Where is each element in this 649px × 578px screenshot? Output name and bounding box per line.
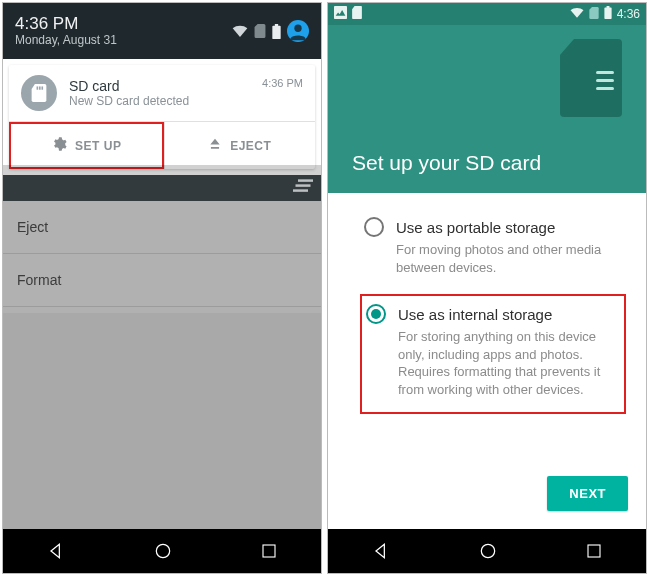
status-time: 4:36 <box>617 7 640 21</box>
notification-subtitle: New SD card detected <box>69 94 262 108</box>
svg-rect-7 <box>293 189 308 192</box>
setup-label: SET UP <box>75 139 121 153</box>
eject-label: EJECT <box>230 139 271 153</box>
sd-card-illustration-icon <box>560 39 622 121</box>
gear-icon <box>51 136 67 155</box>
menu-item-format[interactable]: Format <box>3 254 321 307</box>
notification-title: SD card <box>69 78 262 94</box>
svg-point-14 <box>481 544 494 557</box>
nav-back-button[interactable] <box>371 541 391 561</box>
notification-time: 4:36 PM <box>262 77 303 89</box>
next-button[interactable]: NEXT <box>547 476 628 511</box>
svg-rect-13 <box>596 87 614 90</box>
nav-home-button[interactable] <box>478 541 498 561</box>
option-portable-storage[interactable]: Use as portable storage For moving photo… <box>360 209 626 290</box>
battery-icon <box>604 6 612 22</box>
svg-rect-6 <box>296 184 311 187</box>
option-portable-desc: For moving photos and other media betwee… <box>364 241 620 276</box>
eject-icon <box>208 137 222 154</box>
page-title: Set up your SD card <box>352 151 541 193</box>
svg-rect-9 <box>263 545 275 557</box>
storage-options: Use as portable storage For moving photo… <box>328 193 646 414</box>
profile-icon[interactable] <box>287 20 309 42</box>
svg-point-1 <box>294 25 301 32</box>
setup-header: Set up your SD card <box>328 25 646 193</box>
dismiss-all-icon <box>293 179 313 193</box>
option-internal-label: Use as internal storage <box>398 306 552 323</box>
option-internal-storage[interactable]: Use as internal storage For storing anyt… <box>360 294 626 414</box>
radio-internal[interactable] <box>366 304 386 324</box>
notification-texts: SD card New SD card detected <box>69 78 262 108</box>
eject-button[interactable]: EJECT <box>164 122 316 169</box>
wifi-icon <box>570 7 584 21</box>
svg-rect-10 <box>334 6 347 19</box>
notification-header: SD card New SD card detected 4:36 PM <box>9 65 315 121</box>
no-sim-icon <box>254 24 266 38</box>
svg-point-8 <box>156 544 169 557</box>
svg-rect-15 <box>588 545 600 557</box>
nav-recents-button[interactable] <box>260 542 278 560</box>
notification-actions: SET UP EJECT <box>9 121 315 169</box>
background-fill <box>3 313 321 529</box>
sd-small-icon <box>352 6 362 22</box>
svg-rect-2 <box>37 86 39 89</box>
status-right-icons: 4:36 <box>570 6 640 22</box>
status-time-block: 4:36 PM Monday, August 31 <box>15 15 117 47</box>
option-internal-desc: For storing anything on this device only… <box>366 328 618 398</box>
no-sim-icon <box>589 7 599 22</box>
status-bar: 4:36 <box>328 3 646 25</box>
option-portable-label: Use as portable storage <box>396 219 555 236</box>
sd-card-icon <box>21 75 57 111</box>
next-label: NEXT <box>569 486 606 501</box>
dismiss-all-button[interactable] <box>3 175 321 201</box>
nav-recents-button[interactable] <box>585 542 603 560</box>
status-left-icons <box>334 6 362 22</box>
status-date: Monday, August 31 <box>15 34 117 47</box>
nav-bar <box>3 529 321 573</box>
sd-card-notification[interactable]: SD card New SD card detected 4:36 PM SET… <box>9 65 315 169</box>
wifi-icon <box>232 25 248 37</box>
svg-rect-12 <box>596 79 614 82</box>
svg-rect-3 <box>39 86 41 89</box>
menu-item-eject[interactable]: Eject <box>3 201 321 254</box>
screen-sd-setup: 4:36 Set up your SD card Use as portable… <box>327 2 647 574</box>
nav-home-button[interactable] <box>153 541 173 561</box>
status-time: 4:36 PM <box>15 15 117 34</box>
svg-rect-5 <box>298 179 313 182</box>
status-icons <box>232 20 309 42</box>
setup-button[interactable]: SET UP <box>9 122 164 169</box>
status-bar: 4:36 PM Monday, August 31 <box>3 3 321 59</box>
nav-back-button[interactable] <box>46 541 66 561</box>
battery-icon <box>272 24 281 39</box>
image-icon <box>334 6 347 22</box>
svg-rect-11 <box>596 71 614 74</box>
screen-notification-shade: 4:36 PM Monday, August 31 SD card <box>2 2 322 574</box>
nav-bar <box>328 529 646 573</box>
radio-portable[interactable] <box>364 217 384 237</box>
svg-rect-4 <box>41 86 43 89</box>
